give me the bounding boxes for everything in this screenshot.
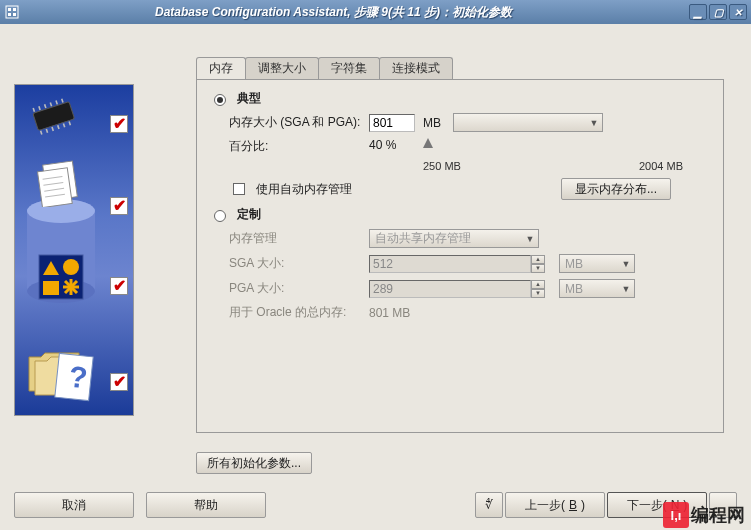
title-bar: Database Configuration Assistant, 步骤 9(共… — [0, 0, 751, 24]
step-icon-folder-help: ? — [23, 339, 109, 413]
pga-size-input — [369, 280, 531, 298]
tab-charset[interactable]: 字符集 — [318, 57, 380, 79]
step-icon-chip — [25, 97, 83, 141]
step-icon-shapes — [37, 253, 85, 305]
tab-sizing[interactable]: 调整大小 — [245, 57, 319, 79]
svg-rect-1 — [8, 8, 11, 11]
memory-slider[interactable] — [423, 140, 683, 162]
svg-rect-3 — [8, 13, 11, 16]
all-init-params-button[interactable]: 所有初始化参数... — [196, 452, 312, 474]
total-memory-label: 用于 Oracle 的总内存: — [229, 304, 361, 321]
pga-spin-up-button: ▲ — [531, 280, 545, 289]
svg-line-17 — [69, 122, 70, 126]
svg-line-12 — [41, 131, 42, 135]
svg-line-14 — [52, 127, 53, 131]
pga-spin-down-button: ▼ — [531, 289, 545, 298]
svg-line-10 — [56, 101, 57, 105]
step-icon-documents — [31, 155, 87, 211]
memory-management-combo: 自动共享内存管理 ▼ — [369, 229, 539, 248]
memory-management-label: 内存管理 — [229, 230, 361, 247]
svg-line-7 — [39, 106, 40, 110]
sga-unit-value: MB — [565, 257, 583, 271]
watermark-text: 编程网 — [691, 503, 745, 527]
svg-line-15 — [58, 125, 59, 129]
system-menu-icon[interactable] — [4, 4, 20, 20]
step-check-icon — [110, 277, 128, 295]
show-memory-distribution-button[interactable]: 显示内存分布... — [561, 178, 671, 200]
custom-radio[interactable] — [214, 210, 226, 222]
watermark: l,ı 编程网 — [663, 502, 745, 528]
sga-size-label: SGA 大小: — [229, 255, 361, 272]
dropdown-arrow-icon: ▼ — [620, 284, 632, 294]
sga-spin-up-button: ▲ — [531, 255, 545, 264]
dropdown-arrow-icon: ▼ — [524, 234, 536, 244]
svg-rect-23 — [38, 168, 73, 207]
memory-size-slider-combo[interactable]: ▼ — [453, 113, 603, 132]
custom-label: 定制 — [237, 206, 261, 223]
typical-radio[interactable] — [214, 94, 226, 106]
wizard-steps-panel: ? — [14, 84, 134, 416]
svg-line-6 — [33, 108, 34, 112]
total-memory-value: 801 MB — [369, 306, 410, 320]
svg-line-9 — [50, 102, 51, 106]
auto-memory-label: 使用自动内存管理 — [256, 181, 352, 198]
back-arrow-button[interactable]: ∜ — [475, 492, 503, 518]
sga-spin-down-button: ▼ — [531, 264, 545, 273]
cancel-button[interactable]: 取消 — [14, 492, 134, 518]
svg-point-30 — [63, 259, 79, 275]
memory-size-input[interactable] — [369, 114, 415, 132]
svg-line-11 — [62, 99, 63, 103]
svg-rect-31 — [43, 281, 59, 295]
watermark-badge-icon: l,ı — [663, 502, 689, 528]
dropdown-arrow-icon: ▼ — [620, 259, 632, 269]
tab-bar: 内存 调整大小 字符集 连接模式 — [196, 57, 724, 79]
step-check-icon — [110, 373, 128, 391]
tab-panel-memory: 典型 内存大小 (SGA 和 PGA): MB ▼ 百分比: 40 % — [196, 79, 724, 433]
minimize-button[interactable]: ▁ — [689, 4, 707, 20]
sga-unit-combo: MB ▼ — [559, 254, 635, 273]
memory-size-unit: MB — [423, 116, 441, 130]
svg-text:?: ? — [67, 360, 89, 395]
auto-memory-checkbox[interactable] — [233, 183, 245, 195]
pga-size-label: PGA 大小: — [229, 280, 361, 297]
dropdown-arrow-icon: ▼ — [588, 118, 600, 128]
slider-thumb-icon — [423, 138, 433, 148]
window-title: Database Configuration Assistant, 步骤 9(共… — [28, 4, 689, 21]
back-button[interactable]: 上一步(B) — [505, 492, 605, 518]
back-double-chevron-icon: ∜ — [485, 498, 493, 512]
svg-rect-5 — [33, 102, 75, 131]
step-check-icon — [110, 115, 128, 133]
svg-rect-2 — [13, 8, 16, 11]
percent-label: 百分比: — [229, 138, 361, 155]
percent-value: 40 % — [369, 138, 415, 152]
tab-connection-mode[interactable]: 连接模式 — [379, 57, 453, 79]
svg-rect-0 — [6, 6, 18, 18]
memory-size-label: 内存大小 (SGA 和 PGA): — [229, 114, 361, 131]
pga-unit-value: MB — [565, 282, 583, 296]
svg-line-8 — [45, 104, 46, 108]
close-button[interactable]: ✕ — [729, 4, 747, 20]
svg-rect-4 — [13, 13, 16, 16]
svg-line-13 — [46, 129, 47, 133]
step-check-icon — [110, 197, 128, 215]
pga-unit-combo: MB ▼ — [559, 279, 635, 298]
maximize-button[interactable]: ▢ — [709, 4, 727, 20]
typical-label: 典型 — [237, 90, 261, 107]
help-button[interactable]: 帮助 — [146, 492, 266, 518]
svg-line-16 — [63, 123, 64, 127]
sga-size-input — [369, 255, 531, 273]
memory-management-value: 自动共享内存管理 — [375, 230, 471, 247]
tab-memory[interactable]: 内存 — [196, 57, 246, 79]
